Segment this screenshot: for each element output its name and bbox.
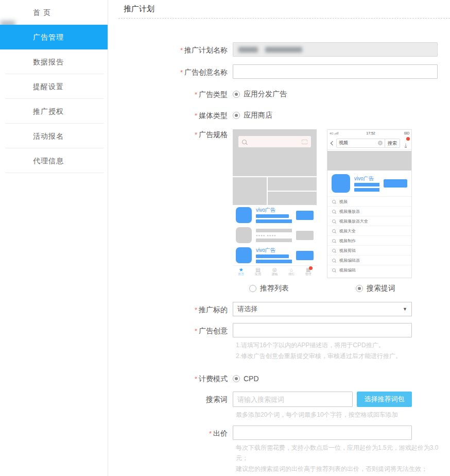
bid-label: *出价: [118, 426, 230, 441]
install-button-placeholder: [384, 179, 407, 188]
banner-placeholder: [268, 177, 317, 191]
ad-spec-previews: vivo广告 ●●●● ●●●●: [233, 129, 412, 278]
app-icon: [236, 207, 252, 223]
ad-type-label: *广告类型: [118, 89, 230, 100]
plan-name-row: *推广计划名称: [118, 42, 450, 58]
sidebar-item-home[interactable]: 首 页: [0, 0, 108, 25]
preview-a-tabbar: ★ 推荐 ▤ 应用 ◎ 游戏: [233, 265, 317, 278]
search-icon: [332, 239, 336, 243]
target-select[interactable]: 请选择 ▼: [233, 302, 412, 316]
ad-app-name: vivo广告: [256, 247, 292, 253]
bid-input[interactable]: [233, 426, 412, 440]
search-icon: [332, 259, 336, 262]
creative-hints: 1.请填写16个字以内的APP描述语，将用于CPD推广。 2.修改广告创意会重新…: [236, 340, 412, 361]
sidebar-item-data-report[interactable]: 数据报告: [0, 49, 108, 74]
search-icon: [332, 200, 336, 203]
clock-label: 17:52: [366, 131, 375, 135]
keywords-input[interactable]: [233, 392, 353, 407]
title-separator: [118, 18, 450, 19]
text-placeholder-bar: [256, 214, 289, 218]
bid-hints: 每次下载所需花费，支持小数点后一位，应用起价为1.5元，游戏起价为3.0元； 建…: [236, 443, 450, 474]
preview-a-search-bar: [238, 136, 311, 147]
chevron-down-icon: ▼: [403, 307, 407, 312]
media-type-row: *媒体类型 应用商店: [118, 108, 450, 121]
install-button-placeholder: [296, 251, 314, 260]
preview-a-header: [233, 129, 317, 176]
preview-b-statusbar: 4G 17:52: [327, 130, 411, 137]
preview-recommend-list: vivo广告 ●●●● ●●●●: [233, 129, 317, 278]
search-icon: [332, 249, 336, 252]
suggestion-row: 视频大全: [327, 226, 411, 235]
scan-icon: [302, 140, 307, 144]
suggestion-row: 视频编辑器: [327, 255, 411, 265]
keywords-label: 搜索词: [118, 392, 230, 407]
creative-name-label: *广告创意名称: [118, 64, 230, 80]
star-icon: ★: [233, 267, 250, 273]
billing-row: *计费模式 CPD: [118, 371, 450, 384]
sidebar: 首 页 广告管理 数据报告 提醒设置 推广授权 活动报名 代理信息: [0, 0, 108, 476]
text-placeholder-bar: [354, 183, 379, 186]
search-icon: [332, 229, 336, 233]
media-type-label: *媒体类型: [118, 110, 230, 121]
sidebar-item-agent-info[interactable]: 代理信息: [0, 148, 108, 173]
radio-recommend-list-label: 推荐列表: [260, 284, 289, 293]
preview-a-banner-grid: [233, 177, 317, 205]
required-mark: *: [195, 327, 197, 335]
suggestion-row: 视频播放器: [327, 206, 411, 216]
app-list-item-ad: vivo广告: [327, 171, 411, 196]
banner-placeholder: [233, 177, 267, 205]
radio-app-distribution[interactable]: [233, 91, 240, 98]
sidebar-item-reminder-settings[interactable]: 提醒设置: [0, 74, 108, 99]
search-button-label: 搜索: [385, 139, 400, 147]
radio-cpd[interactable]: [233, 375, 240, 382]
page-title: 推广计划: [118, 0, 450, 18]
bid-row: *出价 每次下载所需花费，支持小数点后一位，应用起价为1.5元，游戏起价为3.0…: [118, 426, 450, 474]
ad-spec-row: *广告规格: [118, 129, 450, 298]
radio-search-suggest[interactable]: [356, 285, 363, 292]
choose-word-pack-button[interactable]: 选择推荐词包: [357, 392, 412, 407]
plan-name-input: [233, 42, 438, 57]
text-placeholder-bar: [256, 219, 292, 223]
sidebar-item-ad-management[interactable]: 广告管理: [0, 25, 108, 49]
radio-recommend-list[interactable]: [249, 285, 256, 292]
radio-search-suggest-label: 搜索提词: [367, 284, 395, 293]
search-query-text: 视频: [339, 140, 348, 146]
target-label: *推广标的: [118, 302, 230, 318]
preview-b-search-row: 视频 × 搜索 ↓: [327, 137, 411, 150]
radio-app-store[interactable]: [233, 112, 240, 119]
sidebar-item-promotion-authorization[interactable]: 推广授权: [0, 99, 108, 124]
required-mark: *: [195, 375, 197, 383]
ad-app-name: vivo广告: [354, 176, 379, 181]
banner-placeholder: [327, 151, 411, 171]
signal-icon: [335, 132, 339, 134]
creative-input[interactable]: [233, 323, 412, 337]
app-list-item-ad: vivo广告: [233, 245, 317, 265]
search-icon: [332, 210, 336, 213]
app-list-item-ad: vivo广告: [233, 205, 317, 225]
app-icon: [236, 247, 252, 263]
creative-name-row: *广告创意名称: [118, 64, 450, 80]
creative-name-input[interactable]: [233, 64, 438, 79]
tab-games: ◎ 游戏: [266, 267, 283, 278]
target-select-value: 请选择: [237, 304, 257, 314]
required-mark: *: [180, 46, 183, 54]
suggestion-row: 视频播放器大全: [327, 216, 411, 226]
download-badge: [406, 137, 410, 141]
ad-app-name: vivo广告: [256, 207, 292, 213]
battery-icon: [404, 132, 409, 134]
games-icon: ◎: [266, 267, 283, 273]
search-icon: [332, 219, 336, 223]
required-mark: *: [195, 131, 197, 139]
tab-apps: ▤ 应用: [250, 267, 267, 278]
ad-spec-options: 推荐列表 搜索提词: [233, 284, 412, 293]
text-placeholder-bar: [256, 239, 292, 242]
keywords-row: 搜索词 选择推荐词包 最多添加20个词，每个词最多10个字符，按空格或回车添加: [118, 392, 450, 420]
target-row: *推广标的 请选择 ▼: [118, 302, 450, 318]
plan-name-label: *推广计划名称: [118, 42, 230, 58]
sidebar-item-activity-registration[interactable]: 活动报名: [0, 124, 108, 148]
promotion-plan-form: *推广计划名称 *广告创意名称 *广告类型: [118, 42, 450, 476]
back-icon: [331, 141, 335, 145]
preview-search-suggest: 4G 17:52 视频 ×: [327, 129, 412, 278]
app-icon: [236, 227, 252, 243]
main-content: 推广计划 *推广计划名称 *广告创意名称: [108, 0, 450, 476]
